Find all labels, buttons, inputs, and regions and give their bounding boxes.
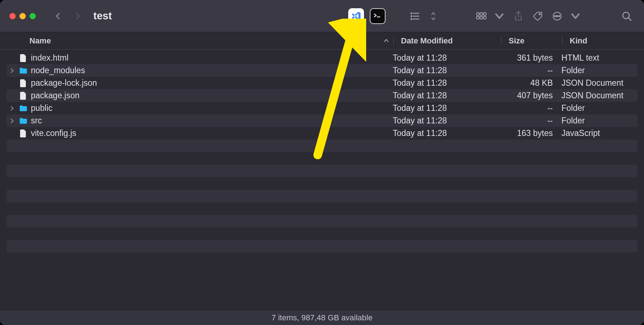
tags-button[interactable] [530,8,546,24]
cell-date-modified: Today at 11:28 [393,78,500,88]
file-name-label: package-lock.json [31,78,97,88]
cell-date-modified: Today at 11:28 [393,116,500,126]
file-name-label: src [31,116,42,126]
column-header-size[interactable]: Size [501,36,562,46]
open-in-terminal-button[interactable] [370,8,386,24]
traffic-lights [9,13,36,19]
folder-icon [19,66,27,75]
file-name-label: vite.config.js [31,128,76,138]
table-row[interactable]: vite.config.jsToday at 11:28163 bytesJav… [6,127,638,140]
cell-size: 407 bytes [500,91,561,100]
view-options-stepper[interactable] [426,8,441,24]
cell-name: public [6,103,393,113]
sort-ascending-icon [383,36,389,46]
list-view-button[interactable] [407,8,423,24]
table-row[interactable]: publicToday at 11:28--Folder [6,102,638,114]
cell-name: package.json [6,91,393,100]
cell-size: -- [500,103,561,113]
window-title: test [93,10,112,22]
close-button[interactable] [9,13,16,19]
table-row [6,140,638,152]
disclosure-triangle-icon[interactable] [9,68,16,73]
cell-date-modified: Today at 11:28 [393,53,500,63]
folder-icon [19,104,27,113]
cell-size: 361 bytes [500,53,561,63]
table-row[interactable]: package-lock.jsonToday at 11:2848 KBJSON… [6,77,638,89]
file-icon [19,129,27,138]
cell-size: -- [500,116,561,126]
table-row [6,177,638,190]
finder-window: test [0,0,644,325]
folder-icon [19,117,27,125]
toolbar: test [0,0,644,32]
group-by-button[interactable] [473,8,489,24]
status-text: 7 items, 987,48 GB available [271,313,372,322]
cell-name: vite.config.js [6,128,393,138]
svg-line-19 [629,18,631,20]
svg-rect-11 [480,16,482,19]
cell-size: 48 KB [500,78,561,88]
table-row [6,152,638,165]
table-row[interactable]: node_modulesToday at 11:28--Folder [6,64,638,77]
cell-size: -- [500,66,561,75]
cell-size: 163 bytes [500,128,561,138]
more-actions-chevron-icon[interactable] [568,8,583,24]
cell-date-modified: Today at 11:28 [393,66,500,75]
svg-rect-12 [484,16,486,19]
file-icon [19,79,27,88]
svg-point-17 [559,15,560,17]
cell-kind: JavaScript [561,128,637,138]
file-name-label: package.json [31,91,80,100]
column-header-row: Name Date Modified Size Kind [0,32,644,50]
table-row [6,165,638,177]
minimize-button[interactable] [19,13,26,19]
cell-kind: Folder [561,66,637,75]
svg-point-16 [556,15,557,17]
table-row [6,202,638,215]
file-list: index.htmlToday at 11:28361 bytesHTML te… [0,50,644,310]
column-header-kind[interactable]: Kind [562,36,644,46]
column-header-name[interactable]: Name [0,36,393,46]
open-in-vscode-button[interactable] [348,8,364,24]
table-row[interactable]: package.jsonToday at 11:28407 bytesJSON … [6,89,638,102]
more-actions-button[interactable] [549,8,565,24]
back-button[interactable] [50,8,66,24]
table-row [6,227,638,240]
search-button[interactable] [619,8,635,24]
cell-date-modified: Today at 11:28 [393,128,500,138]
svg-rect-7 [477,13,479,15]
cell-date-modified: Today at 11:28 [393,91,500,100]
group-by-chevron-icon[interactable] [492,8,507,24]
table-row [6,190,638,202]
svg-point-1 [411,13,412,14]
forward-button[interactable] [70,8,85,24]
svg-point-5 [411,18,412,19]
table-row [6,215,638,227]
cell-kind: Folder [561,116,637,126]
status-bar: 7 items, 987,48 GB available [0,310,644,325]
svg-rect-8 [480,13,482,15]
column-header-kind-label: Kind [570,36,587,45]
share-button[interactable] [510,8,526,24]
svg-point-13 [539,13,541,15]
column-header-date-modified[interactable]: Date Modified [393,36,501,46]
column-header-name-label: Name [29,36,51,46]
zoom-button[interactable] [29,13,36,19]
column-header-size-label: Size [509,36,524,45]
svg-rect-9 [484,13,486,15]
disclosure-triangle-icon[interactable] [9,106,16,111]
svg-point-15 [555,15,556,17]
table-row [6,240,638,253]
cell-name: package-lock.json [6,78,393,88]
cell-kind: JSON Document [561,91,637,100]
file-icon [19,54,27,62]
file-icon [19,91,27,100]
cell-kind: Folder [561,103,637,113]
file-name-label: node_modules [31,66,85,75]
table-row[interactable]: index.htmlToday at 11:28361 bytesHTML te… [6,52,638,64]
table-row[interactable]: srcToday at 11:28--Folder [6,114,638,127]
cell-name: index.html [6,53,393,63]
cell-name: node_modules [6,66,393,75]
disclosure-triangle-icon[interactable] [9,118,16,123]
cell-kind: JSON Document [561,78,637,88]
